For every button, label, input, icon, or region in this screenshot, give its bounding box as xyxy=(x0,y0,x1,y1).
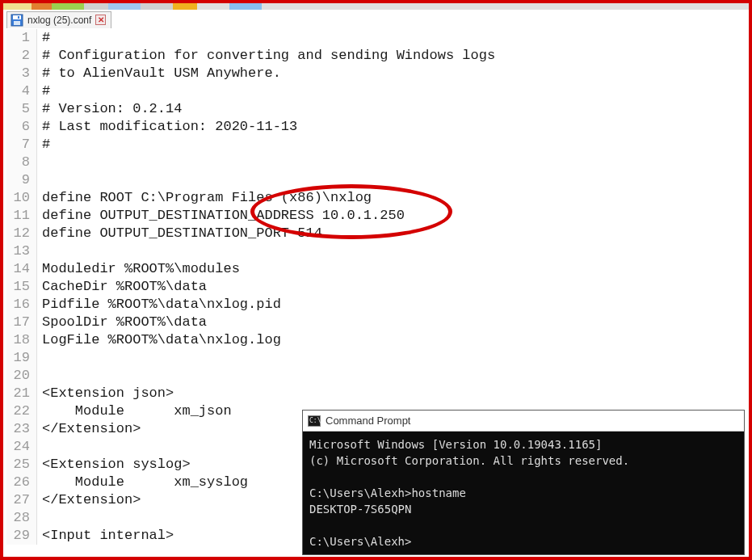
code-line[interactable]: 15CacheDir %ROOT%\data xyxy=(6,278,746,296)
code-line[interactable]: 2# Configuration for converting and send… xyxy=(6,47,746,65)
line-number: 8 xyxy=(6,154,37,171)
code-text[interactable]: # xyxy=(37,136,50,154)
command-prompt-window[interactable]: C:\ Command Prompt Microsoft Windows [Ve… xyxy=(303,411,744,554)
svg-rect-1 xyxy=(13,15,21,19)
code-text[interactable] xyxy=(37,154,42,171)
code-line[interactable]: 7# xyxy=(6,136,746,154)
code-text[interactable]: define OUTPUT_DESTINATION_ADDRESS 10.0.1… xyxy=(37,207,405,225)
code-line[interactable]: 17SpoolDir %ROOT%\data xyxy=(6,314,746,331)
code-text[interactable]: </Extension> xyxy=(37,491,141,509)
line-number: 13 xyxy=(6,242,37,260)
code-text[interactable]: </Extension> xyxy=(37,420,141,438)
file-tab-label: nxlog (25).conf xyxy=(27,15,91,26)
tab-bar: nxlog (25).conf ✕ xyxy=(6,10,111,29)
svg-rect-2 xyxy=(14,21,20,25)
line-number: 22 xyxy=(6,402,37,420)
code-text[interactable]: # to AlienVault USM Anywhere. xyxy=(37,65,281,82)
code-text[interactable]: Module xm_syslog xyxy=(37,474,248,491)
code-text[interactable]: # xyxy=(37,29,50,47)
line-number: 9 xyxy=(6,171,37,189)
line-number: 26 xyxy=(6,474,37,491)
code-text[interactable]: # Configuration for converting and sendi… xyxy=(37,47,495,65)
line-number: 3 xyxy=(6,65,37,82)
code-text[interactable] xyxy=(37,349,42,367)
code-line[interactable]: 11define OUTPUT_DESTINATION_ADDRESS 10.0… xyxy=(6,207,746,225)
code-line[interactable]: 6# Last modification: 2020-11-13 xyxy=(6,118,746,136)
line-number: 11 xyxy=(6,207,37,225)
command-prompt-title-label: Command Prompt xyxy=(326,415,410,427)
code-text[interactable]: Module xm_json xyxy=(37,402,232,420)
code-line[interactable]: 9 xyxy=(6,171,746,189)
save-disk-icon xyxy=(11,14,23,27)
code-line[interactable]: 18LogFile %ROOT%\data\nxlog.log xyxy=(6,331,746,349)
line-number: 14 xyxy=(6,260,37,278)
line-number: 18 xyxy=(6,331,37,349)
close-icon[interactable]: ✕ xyxy=(95,15,106,25)
file-tab[interactable]: nxlog (25).conf ✕ xyxy=(6,11,111,28)
line-number: 5 xyxy=(6,100,37,118)
code-line[interactable]: 21<Extension json> xyxy=(6,385,746,402)
code-text[interactable]: CacheDir %ROOT%\data xyxy=(37,278,207,296)
code-text[interactable]: <Input internal> xyxy=(37,527,174,545)
svg-rect-3 xyxy=(18,16,19,19)
code-text[interactable]: <Extension json> xyxy=(37,385,174,402)
line-number: 28 xyxy=(6,509,37,527)
line-number: 29 xyxy=(6,527,37,545)
toolbar-strip xyxy=(3,3,749,10)
code-text[interactable] xyxy=(37,171,42,189)
line-number: 7 xyxy=(6,136,37,154)
line-number: 16 xyxy=(6,296,37,314)
line-number: 19 xyxy=(6,349,37,367)
line-number: 21 xyxy=(6,385,37,402)
code-text[interactable]: define ROOT C:\Program Files (x86)\nxlog xyxy=(37,189,372,207)
code-text[interactable] xyxy=(37,438,42,456)
code-text[interactable] xyxy=(37,242,42,260)
line-number: 20 xyxy=(6,367,37,385)
code-text[interactable]: # Last modification: 2020-11-13 xyxy=(37,118,297,136)
code-line[interactable]: 16Pidfile %ROOT%\data\nxlog.pid xyxy=(6,296,746,314)
line-number: 1 xyxy=(6,29,37,47)
code-line[interactable]: 20 xyxy=(6,367,746,385)
code-text[interactable] xyxy=(37,367,42,385)
line-number: 17 xyxy=(6,314,37,331)
code-text[interactable]: Moduledir %ROOT%\modules xyxy=(37,260,240,278)
code-text[interactable]: define OUTPUT_DESTINATION_PORT 514 xyxy=(37,225,322,242)
line-number: 27 xyxy=(6,491,37,509)
line-number: 24 xyxy=(6,438,37,456)
code-line[interactable]: 13 xyxy=(6,242,746,260)
code-line[interactable]: 3# to AlienVault USM Anywhere. xyxy=(6,65,746,82)
line-number: 25 xyxy=(6,456,37,474)
code-line[interactable]: 1# xyxy=(6,29,746,47)
line-number: 10 xyxy=(6,189,37,207)
line-number: 6 xyxy=(6,118,37,136)
code-line[interactable]: 14Moduledir %ROOT%\modules xyxy=(6,260,746,278)
terminal-icon: C:\ xyxy=(308,415,321,427)
line-number: 4 xyxy=(6,82,37,100)
code-text[interactable]: LogFile %ROOT%\data\nxlog.log xyxy=(37,331,281,349)
code-line[interactable]: 19 xyxy=(6,349,746,367)
code-line[interactable]: 8 xyxy=(6,154,746,171)
code-text[interactable]: SpoolDir %ROOT%\data xyxy=(37,314,207,331)
code-text[interactable] xyxy=(37,509,42,527)
code-text[interactable]: <Extension syslog> xyxy=(37,456,191,474)
command-prompt-titlebar[interactable]: C:\ Command Prompt xyxy=(303,411,744,432)
code-line[interactable]: 10define ROOT C:\Program Files (x86)\nxl… xyxy=(6,189,746,207)
code-line[interactable]: 4# xyxy=(6,82,746,100)
line-number: 23 xyxy=(6,420,37,438)
code-text[interactable]: # Version: 0.2.14 xyxy=(37,100,182,118)
code-text[interactable]: Pidfile %ROOT%\data\nxlog.pid xyxy=(37,296,281,314)
line-number: 15 xyxy=(6,278,37,296)
line-number: 12 xyxy=(6,225,37,242)
code-line[interactable]: 5# Version: 0.2.14 xyxy=(6,100,746,118)
line-number: 2 xyxy=(6,47,37,65)
command-prompt-output[interactable]: Microsoft Windows [Version 10.0.19043.11… xyxy=(303,432,744,554)
code-line[interactable]: 12define OUTPUT_DESTINATION_PORT 514 xyxy=(6,225,746,242)
code-text[interactable]: # xyxy=(37,82,50,100)
